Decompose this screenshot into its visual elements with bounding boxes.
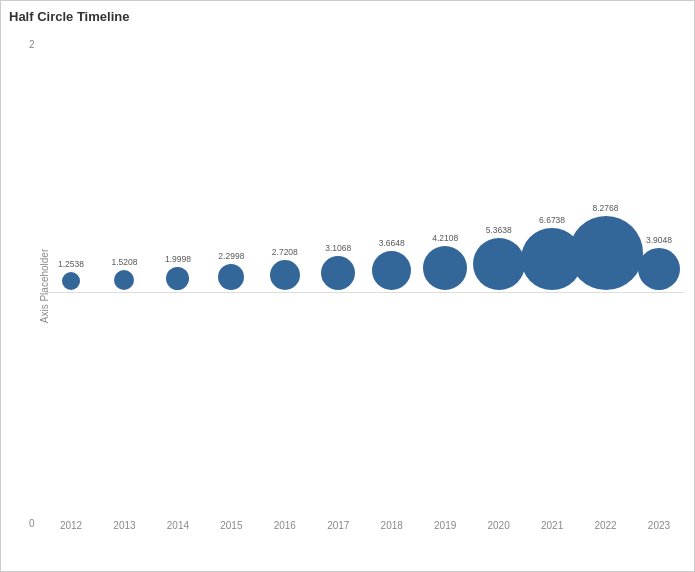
bubble-col: 4.2108	[420, 233, 470, 290]
bubble-col: 2.2998	[206, 251, 256, 290]
chart-container: Half Circle Timeline Axis Placeholder 2 …	[0, 0, 695, 572]
bubble-value-label: 6.6738	[539, 215, 565, 225]
x-axis-label: 2018	[367, 520, 417, 531]
bubble	[372, 251, 411, 290]
bubble	[569, 216, 643, 290]
bubble	[114, 270, 134, 290]
y-axis-top: 2	[29, 39, 35, 50]
bubble-value-label: 1.2538	[58, 259, 84, 269]
x-axis-label: 2020	[474, 520, 524, 531]
x-axis: 2012201320142015201620172018201920202021…	[46, 520, 684, 531]
bubble	[166, 267, 189, 290]
bubble	[218, 264, 244, 290]
bubble-col: 1.5208	[99, 257, 149, 290]
bubble-value-label: 4.2108	[432, 233, 458, 243]
y-axis-bottom: 0	[29, 518, 35, 529]
bubble-value-label: 2.2998	[218, 251, 244, 261]
bubble-col: 3.1068	[313, 243, 363, 290]
chart-title: Half Circle Timeline	[9, 9, 129, 24]
bubble-value-label: 1.5208	[111, 257, 137, 267]
bubble	[638, 248, 680, 290]
bubble-value-label: 3.1068	[325, 243, 351, 253]
bubble-col: 1.2538	[46, 259, 96, 290]
bubble	[473, 238, 525, 290]
x-axis-label: 2015	[206, 520, 256, 531]
bubble	[423, 246, 467, 290]
bubble-value-label: 3.6648	[379, 238, 405, 248]
bubble-col: 5.3638	[474, 225, 524, 290]
x-axis-label: 2019	[420, 520, 470, 531]
bubble-col: 8.2768	[581, 203, 631, 290]
bubbles-row: 1.25381.52081.99982.29982.72083.10683.66…	[46, 203, 684, 290]
x-axis-label: 2022	[581, 520, 631, 531]
bubble-value-label: 8.2768	[593, 203, 619, 213]
bubble-col: 3.9048	[634, 235, 684, 290]
bubble-value-label: 3.9048	[646, 235, 672, 245]
bubble	[270, 260, 300, 290]
x-axis-label: 2016	[260, 520, 310, 531]
bubble-value-label: 1.9998	[165, 254, 191, 264]
x-axis-label: 2017	[313, 520, 363, 531]
bubble-value-label: 5.3638	[486, 225, 512, 235]
x-axis-label: 2023	[634, 520, 684, 531]
bubble	[321, 256, 355, 290]
bubble	[62, 272, 80, 290]
bubble-col: 3.6648	[367, 238, 417, 290]
x-axis-label: 2014	[153, 520, 203, 531]
x-axis-label: 2021	[527, 520, 577, 531]
baseline	[46, 292, 684, 293]
x-axis-label: 2013	[99, 520, 149, 531]
bubble-col: 1.9998	[153, 254, 203, 290]
bubble-value-label: 2.7208	[272, 247, 298, 257]
bubble-col: 2.7208	[260, 247, 310, 290]
x-axis-label: 2012	[46, 520, 96, 531]
